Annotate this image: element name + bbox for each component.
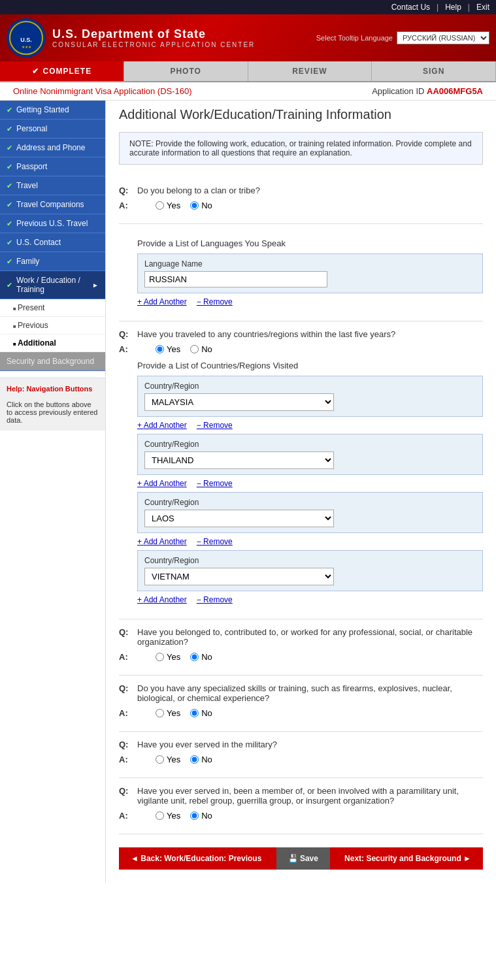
app-id-value: AA006MFG5A — [427, 86, 483, 96]
add-country-3-link[interactable]: Add Another — [137, 595, 187, 604]
q3-yes-radio[interactable] — [156, 345, 164, 353]
remove-country-3-link[interactable]: Remove — [197, 595, 233, 604]
q1-no-radio[interactable] — [190, 201, 199, 210]
sidebar-item-us-contact[interactable]: ✔ U.S. Contact — [0, 233, 105, 252]
country-item-0: Country/Region MALAYSIA — [137, 376, 483, 417]
q6-yes-label[interactable]: Yes — [156, 755, 180, 764]
question-military: Q: Have you ever served in the military?… — [119, 732, 483, 778]
q7-yes-radio[interactable] — [156, 811, 164, 820]
back-button[interactable]: ◄ Back: Work/Education: Previous — [119, 847, 273, 870]
question-clan-tribe: Q: Do you belong to a clan or tribe? A: … — [119, 178, 483, 224]
q5-yes-radio[interactable] — [156, 709, 164, 717]
sidebar-item-getting-started[interactable]: ✔ Getting Started — [0, 101, 105, 120]
sidebar-item-passport[interactable]: ✔ Passport — [0, 157, 105, 176]
q5-yes-label[interactable]: Yes — [156, 708, 180, 718]
sidebar-item-travel[interactable]: ✔ Travel — [0, 176, 105, 195]
remove-country-0-link[interactable]: Remove — [197, 421, 233, 430]
question-specialized-skills: Q: Do you have any specialized skills or… — [119, 676, 483, 732]
exit-link[interactable]: Exit — [476, 3, 489, 12]
q3-yes-label[interactable]: Yes — [156, 344, 180, 354]
note-box: NOTE: Provide the following work, educat… — [119, 132, 483, 165]
country-item-3: Country/Region VIETNAM — [137, 550, 483, 591]
q6-text: Have you ever served in the military? — [137, 740, 277, 749]
country-select-1[interactable]: THAILAND — [144, 451, 334, 469]
add-language-link[interactable]: Add Another — [137, 297, 187, 306]
q4-text: Have you belonged to, contributed to, or… — [137, 627, 483, 647]
tab-photo[interactable]: PHOTO — [124, 61, 248, 81]
check-icon: ✔ — [7, 238, 12, 247]
sidebar: ✔ Getting Started ✔ Personal ✔ Address a… — [0, 101, 106, 883]
q3-text: Have you traveled to any countries/regio… — [137, 329, 395, 339]
add-country-2-link[interactable]: Add Another — [137, 537, 187, 546]
app-id-area: Application ID AA006MFG5A — [372, 86, 483, 96]
sidebar-item-travel-companions[interactable]: ✔ Travel Companions — [0, 195, 105, 214]
q4-yes-label[interactable]: Yes — [156, 652, 180, 662]
q7-no-radio[interactable] — [190, 811, 199, 820]
question-paramilitary: Q: Have you ever served in, been a membe… — [119, 778, 483, 834]
main-content: Additional Work/Education/Training Infor… — [106, 101, 496, 883]
sidebar-sub-additional[interactable]: Additional — [0, 335, 105, 352]
sidebar-item-work-education[interactable]: ✔ Work / Education / Training ► — [0, 271, 105, 299]
language-selector-area: Select Tooltip Language РУССКИЙ (RUSSIAN… — [316, 31, 489, 44]
check-icon: ✔ — [7, 257, 12, 266]
next-button[interactable]: Next: Security and Background ► — [333, 847, 483, 870]
remove-language-link[interactable]: Remove — [197, 297, 233, 306]
q1-yes-label[interactable]: Yes — [156, 201, 180, 210]
country-select-3[interactable]: VIETNAM — [144, 568, 334, 585]
q6-no-radio[interactable] — [190, 755, 199, 764]
help-link[interactable]: Help — [445, 3, 461, 12]
tab-sign[interactable]: SIGN — [372, 61, 496, 81]
add-country-1-link[interactable]: Add Another — [137, 479, 187, 488]
q1-no-label[interactable]: No — [190, 201, 212, 210]
q6-answer: Yes No — [156, 755, 212, 764]
q1-answer: Yes No — [156, 201, 212, 210]
arrow-icon: ► — [92, 282, 99, 289]
sidebar-sub-present[interactable]: Present — [0, 299, 105, 317]
country-label-3: Country/Region — [144, 556, 476, 565]
language-name-input-0[interactable] — [144, 271, 327, 287]
q4-answer: Yes No — [156, 652, 212, 662]
app-title-bar: Online Nonimmigrant Visa Application (DS… — [0, 82, 496, 101]
q7-yes-label[interactable]: Yes — [156, 811, 180, 821]
sidebar-item-security-background[interactable]: Security and Background — [0, 352, 105, 371]
country-item-1: Country/Region THAILAND — [137, 434, 483, 475]
sidebar-item-previous-us-travel[interactable]: ✔ Previous U.S. Travel — [0, 214, 105, 233]
q5-no-label[interactable]: No — [190, 708, 212, 718]
language-list-title: Provide a List of Languages You Speak — [137, 238, 483, 248]
q4-no-radio[interactable] — [190, 653, 199, 661]
q1-yes-radio[interactable] — [156, 201, 164, 210]
q6-yes-radio[interactable] — [156, 755, 164, 764]
remove-country-2-link[interactable]: Remove — [197, 537, 233, 546]
page-title: Additional Work/Education/Training Infor… — [119, 107, 483, 122]
country-select-0[interactable]: MALAYSIA — [144, 393, 334, 411]
site-header: U.S. ★★★ U.S. Department of State CONSUL… — [0, 14, 496, 61]
q3-no-label[interactable]: No — [190, 344, 212, 354]
q5-no-radio[interactable] — [190, 709, 199, 717]
check-icon: ✔ — [7, 220, 12, 228]
remove-country-1-link[interactable]: Remove — [197, 479, 233, 488]
sidebar-item-family[interactable]: ✔ Family — [0, 252, 105, 271]
country-item-2: Country/Region LAOS — [137, 492, 483, 533]
bottom-nav: ◄ Back: Work/Education: Previous 💾 Save … — [119, 847, 483, 870]
contact-us-link[interactable]: Contact Us — [391, 3, 430, 12]
q3-no-radio[interactable] — [190, 345, 199, 353]
q4-no-label[interactable]: No — [190, 652, 212, 662]
language-select[interactable]: РУССКИЙ (RUSSIAN) ENGLISH — [397, 31, 489, 44]
save-button[interactable]: 💾 Save — [276, 847, 330, 870]
country-label-1: Country/Region — [144, 440, 476, 449]
form-title: Online Nonimmigrant Visa Application (DS… — [13, 86, 192, 96]
tab-complete[interactable]: ✔ COMPLETE — [0, 61, 124, 81]
sidebar-item-address-phone[interactable]: ✔ Address and Phone — [0, 139, 105, 157]
dept-sub: CONSULAR ELECTRONIC APPLICATION CENTER — [52, 41, 310, 48]
add-country-0-link[interactable]: Add Another — [137, 421, 187, 430]
countries-list-section: Provide a List of Countries/Regions Visi… — [137, 361, 483, 604]
q6-no-label[interactable]: No — [190, 755, 212, 764]
country-select-2[interactable]: LAOS — [144, 510, 334, 527]
tab-review[interactable]: REVIEW — [248, 61, 372, 81]
sidebar-sub-previous[interactable]: Previous — [0, 317, 105, 335]
q4-yes-radio[interactable] — [156, 653, 164, 661]
sidebar-item-personal[interactable]: ✔ Personal — [0, 120, 105, 139]
q7-no-label[interactable]: No — [190, 811, 212, 821]
q7-answer: Yes No — [156, 811, 212, 821]
sidebar-sub-menu: Present Previous Additional — [0, 299, 105, 352]
